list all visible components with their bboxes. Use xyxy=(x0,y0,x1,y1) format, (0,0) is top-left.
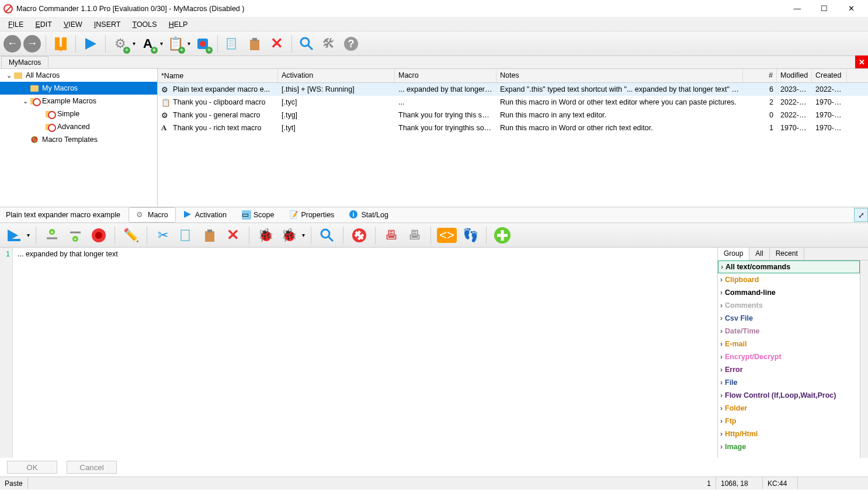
command-group[interactable]: ›All text/commands xyxy=(718,260,860,273)
help-button[interactable]: ? xyxy=(341,34,361,54)
tab-statlog[interactable]: iStat/Log xyxy=(342,207,396,223)
svg-text:i: i xyxy=(353,211,355,218)
add-record-button[interactable] xyxy=(193,34,213,54)
copy-lines-button[interactable] xyxy=(176,225,196,245)
menu-view[interactable]: VIEW xyxy=(58,18,88,31)
paste-button[interactable] xyxy=(245,34,265,54)
command-group[interactable]: ›File xyxy=(718,376,860,389)
add-above-button[interactable]: + xyxy=(42,225,62,245)
list-row[interactable]: 📋Thank you - clipboard macro[.tyc]...Run… xyxy=(158,96,868,109)
tree-all-macros[interactable]: ⌄ All Macros xyxy=(0,69,157,82)
command-group[interactable]: ›Ftp xyxy=(718,415,860,428)
save-button[interactable] xyxy=(51,34,71,54)
print-preview-button[interactable]: 🖶 xyxy=(405,225,425,245)
copy-button[interactable] xyxy=(223,34,242,54)
run-step-button[interactable] xyxy=(4,225,23,245)
tree-my-macros[interactable]: My Macros xyxy=(0,82,157,95)
col-modified[interactable]: Modified xyxy=(777,69,812,82)
list-row[interactable]: ⚙Thank you - general macro[.tyg]Thank yo… xyxy=(158,109,868,121)
macro-modified: 1970-01-0... xyxy=(777,123,812,133)
svg-line-12 xyxy=(308,45,313,50)
list-row[interactable]: AThank you - rich text macro[.tyt]Thank … xyxy=(158,121,868,134)
paste-lines-button[interactable] xyxy=(200,225,220,245)
cmd-tab-all[interactable]: All xyxy=(749,248,769,260)
bug-red-button[interactable]: 🐞 xyxy=(255,225,275,245)
command-group[interactable]: ›Clipboard xyxy=(718,273,860,286)
delete-line-button[interactable]: ✕ xyxy=(223,225,243,245)
expand-icon[interactable]: ⤢ xyxy=(854,208,868,222)
macro-notes: Run this macro in Word or other rich tex… xyxy=(497,123,743,133)
tree-advanced[interactable]: Advanced xyxy=(0,120,157,133)
command-group[interactable]: ›Image xyxy=(718,440,860,453)
minimize-button[interactable]: — xyxy=(784,0,811,18)
col-created[interactable]: Created xyxy=(812,69,847,82)
command-group[interactable]: ›Folder xyxy=(718,402,860,415)
command-group[interactable]: ›Http/Html xyxy=(718,428,860,440)
separator xyxy=(486,227,487,244)
stop-button[interactable] xyxy=(349,225,369,245)
search-button[interactable] xyxy=(297,34,317,54)
col-name[interactable]: *Name xyxy=(158,69,278,82)
play-button[interactable] xyxy=(81,34,100,54)
column-headers[interactable]: *Name Activation Macro Notes # Modified … xyxy=(158,69,868,83)
command-group[interactable]: ›Csv File xyxy=(718,312,860,325)
editor-line: ... expanded by that longer text xyxy=(18,250,713,258)
add-gear-button[interactable]: ⚙ xyxy=(110,34,130,54)
tools-button[interactable]: 🛠 xyxy=(319,34,339,54)
delete-button[interactable]: ✕ xyxy=(267,34,287,54)
command-group[interactable]: ›Comments xyxy=(718,299,860,312)
list-row[interactable]: ⚙Plain text expander macro e...[.this] +… xyxy=(158,83,868,96)
col-macro[interactable]: Macro xyxy=(395,69,497,82)
nav-back-button[interactable]: ← xyxy=(4,35,21,53)
file-tab-mymacros[interactable]: MyMacros xyxy=(1,56,48,68)
svg-marker-2 xyxy=(85,38,96,50)
command-group[interactable]: ›Flow Control (If,Loop,Wait,Proc) xyxy=(718,389,860,402)
svg-rect-5 xyxy=(227,39,235,49)
close-button[interactable]: ✕ xyxy=(838,0,864,18)
print-button[interactable]: 🖶 xyxy=(381,225,401,245)
steps-button[interactable]: 👣 xyxy=(460,225,480,245)
col-num[interactable]: # xyxy=(743,69,777,82)
edit-button[interactable]: ✏️ xyxy=(121,225,141,245)
tab-scope[interactable]: ▭Scope xyxy=(234,207,282,223)
command-group[interactable]: ›E-mail xyxy=(718,338,860,350)
cmd-tab-recent[interactable]: Recent xyxy=(770,248,804,260)
tab-properties[interactable]: 📝Properties xyxy=(282,207,342,223)
command-group[interactable]: ›Error xyxy=(718,363,860,376)
code-button[interactable]: <> xyxy=(437,228,457,243)
menu-insert[interactable]: INSERT xyxy=(88,18,127,31)
maximize-button[interactable]: ☐ xyxy=(811,0,838,18)
cmd-tab-group[interactable]: Group xyxy=(718,248,749,260)
command-group[interactable]: ›Date/Time xyxy=(718,325,860,338)
svg-text:+: + xyxy=(50,229,54,235)
bug-gray-button[interactable]: 🐞 xyxy=(279,225,298,245)
close-file-tab-icon[interactable]: ✕ xyxy=(855,55,868,68)
col-activation[interactable]: Activation xyxy=(278,69,395,82)
tab-macro[interactable]: ⚙Macro xyxy=(129,207,176,223)
nav-forward-button[interactable]: → xyxy=(23,35,41,53)
title-bar: Macro Commander 1.1.0 Pro [Evaluation 0/… xyxy=(0,0,868,18)
ok-button[interactable]: OK xyxy=(7,461,57,474)
add-command-button[interactable] xyxy=(492,225,512,245)
tab-activation[interactable]: Activation xyxy=(176,207,234,223)
tree-simple[interactable]: Simple xyxy=(0,107,157,120)
menu-file[interactable]: FILE xyxy=(2,18,29,31)
find-button[interactable] xyxy=(317,225,337,245)
add-text-button[interactable]: A xyxy=(138,34,158,54)
tree-example-macros[interactable]: ⌄ Example Macros xyxy=(0,95,157,107)
macro-name: Thank you - clipboard macro xyxy=(173,98,265,106)
tree-macro-templates[interactable]: Macro Templates xyxy=(0,133,157,146)
record-button[interactable] xyxy=(89,225,109,245)
menu-tools[interactable]: TOOLS xyxy=(126,18,162,31)
add-clipboard-button[interactable]: 📋 xyxy=(165,34,185,54)
menu-edit[interactable]: EDIT xyxy=(29,18,57,31)
command-group[interactable]: ›Encrypt/Decrypt xyxy=(718,350,860,363)
cut-button[interactable]: ✂ xyxy=(153,225,173,245)
command-scrollbar[interactable] xyxy=(860,260,868,458)
macro-editor[interactable]: ... expanded by that longer text xyxy=(13,248,717,458)
cancel-button[interactable]: Cancel xyxy=(67,461,117,474)
col-notes[interactable]: Notes xyxy=(497,69,743,82)
add-below-button[interactable]: + xyxy=(65,225,85,245)
command-group[interactable]: ›Command-line xyxy=(718,286,860,299)
menu-help[interactable]: HELP xyxy=(163,18,194,31)
